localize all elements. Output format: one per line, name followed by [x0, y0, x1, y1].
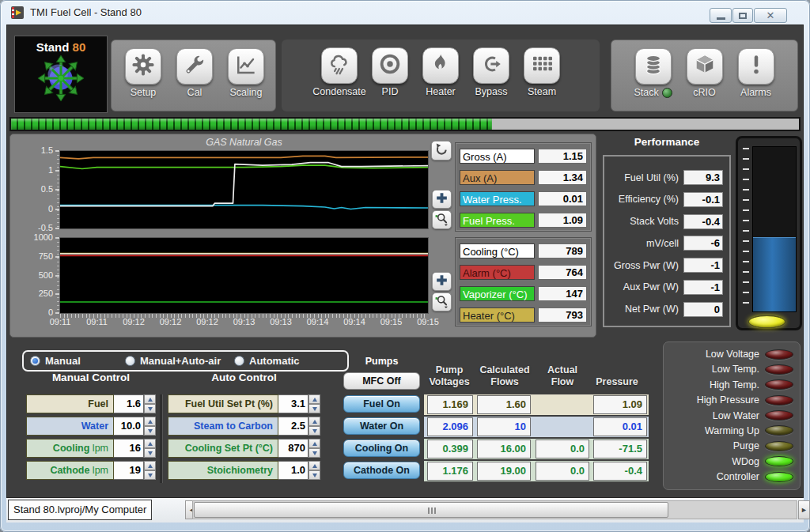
radio-icon [125, 356, 135, 366]
pump-button-water-on[interactable]: Water On [343, 417, 420, 435]
toolbar-button-stack[interactable] [635, 48, 672, 85]
spinner-up-button[interactable] [308, 394, 320, 404]
labview-app-icon [11, 6, 24, 19]
gas-legend-label: Water Press. [460, 191, 535, 206]
chart-refresh-button[interactable] [431, 141, 452, 160]
toolbar-button-cal[interactable] [176, 48, 213, 85]
spinner-down-button[interactable] [144, 426, 156, 436]
pump-button-cathode-on[interactable]: Cathode On [343, 462, 420, 479]
spinner-down-button[interactable] [308, 426, 320, 436]
temp-chart-pan-button[interactable] [432, 272, 452, 291]
performance-label: mV/cell [604, 238, 683, 249]
toolbar-button-scaling[interactable] [228, 48, 264, 85]
spinner-up-button[interactable] [308, 417, 320, 426]
gas-chart-zoom-button[interactable] [432, 210, 452, 229]
spinner-down-button[interactable] [144, 448, 156, 458]
scrollbar-grip [428, 507, 437, 514]
spinner-up-button[interactable] [308, 461, 320, 470]
manual-control-value-input[interactable]: 19 [114, 461, 144, 480]
manual-control-value-input[interactable]: 1.6 [114, 394, 144, 413]
performance-title: Performance [603, 136, 731, 148]
toolbar-button-heater[interactable] [422, 47, 459, 84]
mode-option-manual[interactable]: Manual [30, 355, 81, 367]
flame-icon [429, 52, 452, 79]
gas-chart-pan-button[interactable] [432, 190, 452, 209]
y-axis-tick-label: 250 [21, 289, 53, 298]
spinner-up-button[interactable] [144, 394, 156, 404]
flow-table-headers: Pump Voltages Calculated Flows Actual Fl… [424, 353, 650, 391]
spinner-up-button[interactable] [144, 461, 156, 470]
performance-value: 0 [683, 302, 723, 317]
toolbar-item-bypass: Bypass [473, 47, 509, 97]
gas-legend-row: Aux (A)1.34 [460, 170, 587, 185]
status-led-label: High Temp. [664, 379, 765, 391]
auto-control-label: Stoichiometry [168, 461, 278, 480]
manual-control-value-input[interactable]: 10.0 [114, 417, 144, 436]
performance-label: Fuel Util (%) [604, 172, 683, 183]
spinner-down-button[interactable] [308, 470, 320, 480]
status-led-high-temp- [765, 379, 793, 390]
toolbar-button-pid[interactable] [372, 47, 408, 84]
toolbar-button-setup[interactable] [125, 48, 161, 85]
maximize-button[interactable] [732, 8, 753, 23]
stand-badge: Stand 80 [14, 36, 108, 113]
execution-target-selector[interactable]: Stand 80.lvproj/My Computer [8, 500, 152, 520]
auto-control-row: Cooling Set Pt (°C)870 [168, 439, 320, 458]
temp-chart-zoom-button[interactable] [432, 292, 452, 311]
y-axis-tick-label: 1 [21, 165, 53, 175]
toolbar-button-alarms[interactable] [738, 48, 774, 85]
close-icon: ✕ [766, 10, 775, 21]
y-axis-tick-label: 1.5 [21, 145, 53, 155]
status-led-high-pressure [765, 395, 793, 406]
close-button[interactable]: ✕ [754, 8, 787, 23]
x-axis-tick-label: 09:14 [341, 317, 368, 326]
y-axis-tick-label: -0.5 [21, 223, 53, 232]
toolbar-item-scaling: Scaling [228, 48, 264, 98]
mode-option-automatic[interactable]: Automatic [234, 355, 300, 367]
flow-row: 2.096100.01 [424, 417, 649, 437]
gas-legend-value: 1.15 [538, 149, 587, 164]
manual-control-value-input[interactable]: 16 [114, 439, 144, 458]
gear-icon [131, 53, 155, 80]
spinner-down-button[interactable] [144, 470, 156, 480]
spinner-up-button[interactable] [144, 439, 156, 448]
spinner-down-button[interactable] [308, 404, 320, 413]
flow-cell-pressure: 0.01 [593, 417, 647, 436]
scrollbar-track[interactable] [192, 500, 797, 519]
radio-icon [234, 356, 244, 366]
tank-scale-ticks [743, 148, 749, 311]
pump-button-fuel-on[interactable]: Fuel On [343, 395, 420, 413]
flow-cell-pump-voltage: 2.096 [427, 417, 473, 436]
status-led-label: Warming Up [664, 425, 765, 436]
spinner-down-button[interactable] [308, 448, 320, 458]
spinner-up-button[interactable] [144, 417, 156, 426]
flow-cell-pump-voltage: 1.176 [427, 462, 473, 481]
gas-legend: Gross (A)1.15Aux (A)1.34Water Press.0.01… [455, 142, 592, 232]
gas-legend-value: 1.09 [538, 213, 587, 228]
dot-grid-icon [530, 52, 554, 79]
auto-control-value-input[interactable]: 1.0 [278, 461, 308, 480]
status-led-row: High Temp. [664, 379, 793, 391]
minimize-button[interactable] [710, 8, 732, 23]
scrollbar-thumb[interactable] [194, 502, 668, 518]
auto-control-value-input[interactable]: 870 [278, 439, 308, 458]
scroll-right-button[interactable]: ► [798, 500, 810, 519]
pump-button-cooling-on[interactable]: Cooling On [343, 440, 420, 457]
mode-option-manual-auto-air[interactable]: Manual+Auto-air [125, 355, 221, 367]
toolbar-button-bypass[interactable] [473, 47, 509, 84]
spinner-up-button[interactable] [308, 439, 320, 448]
mfc-off-button[interactable]: MFC Off [343, 372, 420, 390]
stack-level-tank [736, 136, 802, 330]
status-led-purge [765, 441, 793, 451]
auto-control-value-input[interactable]: 3.1 [278, 394, 308, 413]
auto-control-label: Cooling Set Pt (°C) [168, 439, 278, 458]
toolbar-item-condensate: Condensate [321, 47, 358, 97]
charts-panel: GAS Natural Gas Gross (A)1.15Aux (A)1.34… [9, 134, 596, 338]
toolbar-button-condensate[interactable] [321, 47, 358, 84]
toolbar-button-crio[interactable] [687, 48, 723, 85]
toolbar-button-steam[interactable] [524, 47, 560, 84]
manual-control-row: Cathode lpm19 [26, 461, 156, 480]
column-header-pressure: Pressure [589, 353, 645, 388]
spinner-down-button[interactable] [144, 404, 156, 413]
auto-control-value-input[interactable]: 2.5 [278, 417, 308, 436]
